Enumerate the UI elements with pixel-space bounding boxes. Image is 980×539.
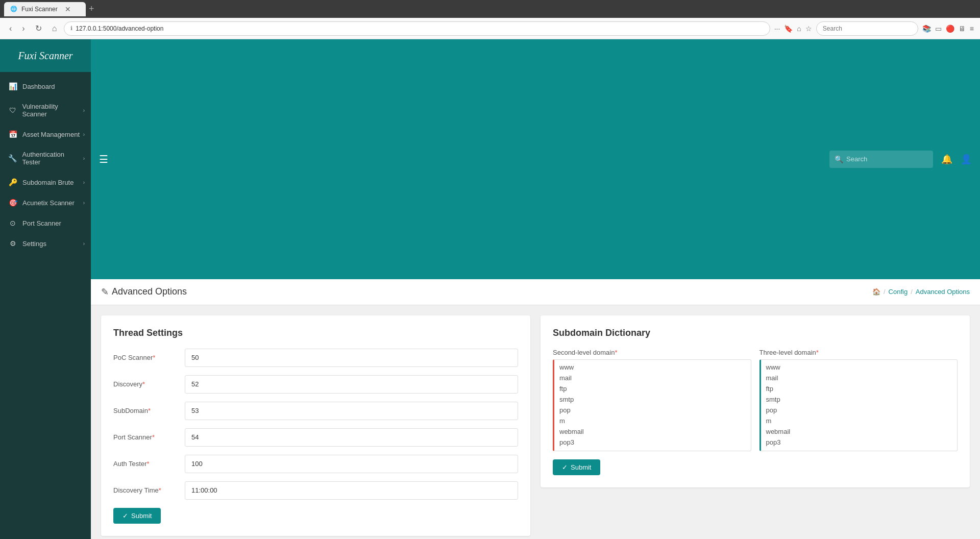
submit-button-1[interactable]: ✓ Submit: [113, 508, 161, 524]
navbar-search-input[interactable]: [846, 155, 928, 163]
third-level-list[interactable]: www mail ftp smtp pop m webmail pop3 ima…: [760, 359, 958, 451]
sidebar-header: Fuxi Scanner: [0, 39, 91, 72]
tab-title: Fuxi Scanner: [21, 6, 58, 13]
label-poc: PoC Scanner*: [113, 354, 185, 361]
back-button[interactable]: ‹: [6, 22, 15, 35]
breadcrumb-sep2: /: [911, 288, 913, 296]
input-poc-scanner[interactable]: [185, 349, 518, 367]
sidebar-label-acunetix: Acunetix Scanner: [22, 199, 75, 207]
list-item[interactable]: pop: [761, 405, 958, 415]
breadcrumb-home-icon[interactable]: 🏠: [872, 288, 880, 296]
vulnerability-icon: 🛡: [8, 106, 17, 114]
notification-button[interactable]: 🔔: [941, 154, 952, 165]
sidebar-logo: Fuxi Scanner: [18, 50, 72, 62]
list-item[interactable]: pop3: [761, 437, 958, 448]
list-item[interactable]: smtp: [554, 394, 751, 405]
input-port-scanner[interactable]: [185, 428, 518, 447]
list-item[interactable]: imap: [761, 448, 958, 451]
second-level-list[interactable]: www mail ftp smtp pop m webmail pop3 ima…: [553, 359, 751, 451]
sidebar-item-subdomain-brute[interactable]: 🔑 Subdomain Brute ›: [0, 172, 91, 192]
subdomain-card-title: Subdomain Dictionary: [553, 328, 958, 338]
input-subdomain[interactable]: [185, 402, 518, 420]
list-item[interactable]: mail: [554, 373, 751, 383]
list-item[interactable]: www: [554, 362, 751, 373]
list-item[interactable]: pop: [554, 405, 751, 415]
page-title-text: Advanced Options: [112, 286, 187, 297]
sidebar-label-vulnerability: Vulnerability Scanner: [22, 103, 83, 118]
submit-icon-1: ✓: [122, 512, 128, 520]
list-item[interactable]: ftp: [554, 383, 751, 394]
hamburger-button[interactable]: ☰: [99, 153, 108, 165]
port-icon: ⊙: [8, 219, 17, 227]
nav-dots[interactable]: ···: [774, 24, 780, 33]
list-item[interactable]: m: [554, 415, 751, 426]
thread-settings-card-1: Thread Settings PoC Scanner* Discovery*: [101, 315, 530, 536]
page-title: ✎ Advanced Options: [101, 286, 187, 298]
list-item[interactable]: pop3: [554, 437, 751, 448]
navbar-search[interactable]: 🔍: [829, 151, 933, 168]
sidebar-toggle-icon[interactable]: ▭: [935, 24, 942, 33]
list-item[interactable]: ftp: [761, 383, 958, 394]
settings-icon: ⚙: [8, 239, 17, 248]
library-icon[interactable]: 📚: [922, 24, 931, 33]
list-item[interactable]: m: [761, 415, 958, 426]
breadcrumb-config[interactable]: Config: [889, 288, 908, 296]
submit-button-subdomain[interactable]: ✓ Submit: [553, 459, 600, 475]
subdomain-grid: Second-level domain* www mail ftp smtp p…: [553, 349, 958, 451]
sidebar-label-dashboard: Dashboard: [22, 83, 55, 90]
label-discovery: Discovery*: [113, 380, 185, 388]
list-item[interactable]: imap: [554, 448, 751, 451]
address-secure-icon: ℹ: [70, 25, 72, 32]
browser-tab[interactable]: 🌐 Fuxi Scanner ✕: [4, 2, 86, 16]
breadcrumb-current: Advanced Options: [916, 288, 970, 296]
form-group-subdomain: SubDomain*: [113, 402, 518, 420]
second-level-col: Second-level domain* www mail ftp smtp p…: [553, 349, 751, 451]
sidebar-item-acunetix-scanner[interactable]: 🎯 Acunetix Scanner ›: [0, 192, 91, 213]
arrow-icon-acunetix: ›: [83, 200, 85, 206]
screen-icon[interactable]: 🖥: [959, 24, 966, 33]
input-discovery-time[interactable]: [185, 481, 518, 500]
content-grid: Thread Settings PoC Scanner* Discovery*: [101, 315, 970, 540]
input-auth-tester[interactable]: [185, 455, 518, 473]
top-navbar: ☰ 🔍 🔔 👤: [91, 39, 980, 279]
sidebar-item-dashboard[interactable]: 📊 Dashboard: [0, 76, 91, 96]
list-item[interactable]: webmail: [554, 426, 751, 437]
navbar-icons: 🔔 👤: [941, 154, 972, 165]
home-button[interactable]: ⌂: [49, 22, 60, 35]
list-item[interactable]: www: [761, 362, 958, 373]
home-nav-icon[interactable]: ⌂: [797, 24, 801, 33]
refresh-button[interactable]: ↻: [32, 21, 45, 35]
list-item[interactable]: webmail: [761, 426, 958, 437]
label-auth-tester: Auth Tester*: [113, 460, 185, 468]
breadcrumb: 🏠 / Config / Advanced Options: [872, 288, 970, 296]
content-right: Subdomain Dictionary Second-level domain…: [541, 315, 970, 540]
addon-icon[interactable]: 🔴: [946, 24, 954, 33]
forward-button[interactable]: ›: [19, 22, 28, 35]
navbar-search-icon: 🔍: [835, 155, 843, 163]
bookmark-icon[interactable]: 🔖: [784, 24, 793, 33]
address-bar[interactable]: ℹ 127.0.0.1:5000/advanced-option: [64, 21, 770, 36]
sidebar-label-port: Port Scanner: [22, 219, 61, 227]
sidebar-label-settings: Settings: [22, 240, 46, 248]
menu-icon[interactable]: ≡: [970, 24, 974, 33]
form-group-auth-tester: Auth Tester*: [113, 455, 518, 473]
tab-close-icon[interactable]: ✕: [65, 5, 71, 13]
list-item[interactable]: mail: [761, 373, 958, 383]
new-tab-button[interactable]: +: [89, 4, 94, 14]
star-icon[interactable]: ☆: [805, 24, 812, 33]
sidebar-item-port-scanner[interactable]: ⊙ Port Scanner: [0, 213, 91, 233]
input-discovery[interactable]: [185, 375, 518, 394]
page-title-icon: ✎: [101, 286, 109, 298]
sidebar: Fuxi Scanner 📊 Dashboard 🛡 Vulnerability…: [0, 39, 91, 539]
browser-search-input[interactable]: [816, 21, 918, 36]
user-button[interactable]: 👤: [961, 154, 972, 165]
arrow-icon-auth: ›: [83, 156, 85, 161]
sidebar-label-asset: Asset Management: [22, 131, 80, 138]
sidebar-item-authentication-tester[interactable]: 🔧 Authentication Tester ›: [0, 144, 91, 172]
list-item[interactable]: smtp: [761, 394, 958, 405]
subdomain-icon: 🔑: [8, 178, 17, 186]
browser-nav: ‹ › ↻ ⌂ ℹ 127.0.0.1:5000/advanced-option…: [0, 18, 980, 39]
sidebar-item-asset-management[interactable]: 📅 Asset Management ›: [0, 124, 91, 144]
sidebar-item-settings[interactable]: ⚙ Settings ›: [0, 233, 91, 254]
sidebar-item-vulnerability-scanner[interactable]: 🛡 Vulnerability Scanner ›: [0, 96, 91, 124]
